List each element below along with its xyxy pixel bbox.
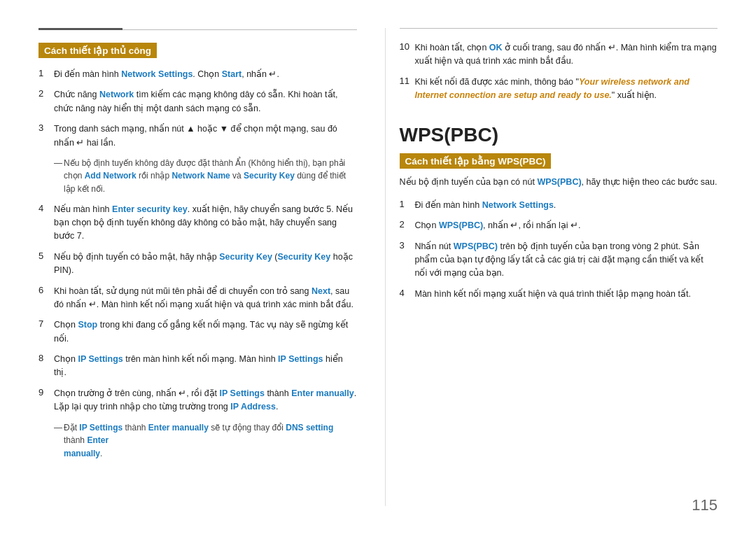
step-content-8: Chọn IP Settings trên màn hình kết nối m… xyxy=(54,353,357,380)
link-enter-security-key: Enter security key xyxy=(112,204,188,214)
step-8: 8 Chọn IP Settings trên màn hình kết nối… xyxy=(38,353,357,380)
wps-step-num-3: 3 xyxy=(400,240,415,251)
step-num-11: 11 xyxy=(400,76,415,86)
wps-step-num-1: 1 xyxy=(400,199,415,209)
divider-thin xyxy=(122,29,357,30)
link-stop: Stop xyxy=(78,320,97,330)
link-network: Network xyxy=(99,90,134,99)
step-1: 1 Đi đến màn hình Network Settings. Chọn… xyxy=(38,68,357,81)
step-content-4: Nếu màn hình Enter security key. xuất hi… xyxy=(54,203,357,244)
step-content-2: Chức năng Network tìm kiếm các mạng khôn… xyxy=(54,88,357,115)
wps-intro: Nếu bộ định tuyến của bạn có nút WPS(PBC… xyxy=(400,176,718,189)
link-enter-manually-1: Enter manually xyxy=(291,388,354,398)
left-column: Cách thiết lập thủ công 1 Đi đến màn hìn… xyxy=(38,28,357,506)
divider-right-top xyxy=(400,28,718,29)
link-ok: OK xyxy=(489,43,503,52)
step-num-5: 5 xyxy=(38,251,54,261)
step-num-9: 9 xyxy=(38,387,54,398)
step-4: 4 Nếu màn hình Enter security key. xuất … xyxy=(38,203,357,244)
wps-step-content-4: Màn hình kết nối mạng xuất hiện và quá t… xyxy=(415,288,718,301)
wps-step-1: 1 Đi đến màn hình Network Settings. xyxy=(400,199,718,212)
link-start: Start xyxy=(222,69,241,79)
link-network-name: Network Name xyxy=(172,171,230,181)
section-title-manual: Cách thiết lập thủ công xyxy=(38,43,157,58)
link-ip-settings-note: IP Settings xyxy=(79,423,122,433)
step-num-3: 3 xyxy=(38,122,54,133)
link-add-network: Add Network xyxy=(85,171,136,181)
link-wps-pbc-1: WPS(PBC) xyxy=(439,220,483,230)
step-10: 10 Khi hoàn tất, chọn OK ở cuối trang, s… xyxy=(400,41,718,69)
step-6: 6 Khi hoàn tất, sử dụng nút mũi tên phải… xyxy=(38,285,357,312)
wps-step-3: 3 Nhấn nút WPS(PBC) trên bộ định tuyến c… xyxy=(400,240,718,281)
step-content-10: Khi hoàn tất, chọn OK ở cuối trang, sau … xyxy=(415,41,718,69)
link-enter-manually-dns: Entermanually xyxy=(64,435,108,458)
wps-step-2: 2 Chọn WPS(PBC), nhấn ↵, rồi nhấn lại ↵. xyxy=(400,219,718,232)
link-security-key-3: Security Key xyxy=(278,252,331,262)
step-2: 2 Chức năng Network tìm kiếm các mạng kh… xyxy=(38,88,357,115)
wps-step-num-2: 2 xyxy=(400,219,415,230)
wps-step-content-1: Đi đến màn hình Network Settings. xyxy=(415,199,718,212)
wps-step-content-2: Chọn WPS(PBC), nhấn ↵, rồi nhấn lại ↵. xyxy=(415,219,718,232)
page: Cách thiết lập thủ công 1 Đi đến màn hìn… xyxy=(0,0,756,534)
wps-section-title: Cách thiết lập bằng WPS(PBC) xyxy=(400,153,552,169)
step-num-6: 6 xyxy=(38,285,54,295)
step-content-1: Đi đến màn hình Network Settings. Chọn S… xyxy=(54,68,357,81)
step-content-5: Nếu bộ định tuyến có bảo mật, hãy nhập S… xyxy=(54,251,357,278)
step-content-9: Chọn trường ở trên cùng, nhấn ↵, rồi đặt… xyxy=(54,387,357,414)
step-num-2: 2 xyxy=(38,88,54,99)
link-security-key-1: Security Key xyxy=(244,171,295,181)
step-content-11: Khi kết nối đã được xác minh, thông báo … xyxy=(415,76,718,103)
link-ip-settings-1: IP Settings xyxy=(78,354,122,364)
wps-step-content-3: Nhấn nút WPS(PBC) trên bộ định tuyến của… xyxy=(415,240,718,281)
step-num-1: 1 xyxy=(38,68,54,78)
step-content-7: Chọn Stop trong khi đang cố gắng kết nối… xyxy=(54,318,357,346)
step-num-10: 10 xyxy=(400,41,415,52)
step-11: 11 Khi kết nối đã được xác minh, thông b… xyxy=(400,76,718,103)
right-column: 10 Khi hoàn tất, chọn OK ở cuối trang, s… xyxy=(385,28,718,506)
note-2: Đặt IP Settings thành Enter manually sẽ … xyxy=(54,421,357,461)
link-network-settings-wps: Network Settings xyxy=(482,200,554,210)
step-9: 9 Chọn trường ở trên cùng, nhấn ↵, rồi đ… xyxy=(38,387,357,414)
divider-thick xyxy=(38,28,122,30)
link-wps-pbc-2: WPS(PBC) xyxy=(454,241,498,251)
step-3: 3 Trong danh sách mạng, nhấn nút ▲ hoặc … xyxy=(38,122,357,150)
page-number: 115 xyxy=(692,496,718,514)
wps-step-4: 4 Màn hình kết nối mạng xuất hiện và quá… xyxy=(400,288,718,301)
top-divider-left xyxy=(38,28,357,30)
wps-step-num-4: 4 xyxy=(400,288,415,298)
step-num-4: 4 xyxy=(38,203,54,213)
confirmation-message: Your wireless network and Internet conne… xyxy=(415,77,690,100)
step-num-8: 8 xyxy=(38,353,54,363)
wps-main-title: WPS(PBC) xyxy=(400,124,718,146)
step-content-3: Trong danh sách mạng, nhấn nút ▲ hoặc ▼ … xyxy=(54,122,357,150)
link-ip-settings-3: IP Settings xyxy=(220,388,265,398)
link-network-settings-1: Network Settings xyxy=(121,69,192,79)
link-enter-manually-note: Enter manually xyxy=(148,423,209,433)
link-wps-intro: WPS(PBC) xyxy=(537,177,581,187)
link-dns-setting: DNS setting xyxy=(286,423,333,433)
step-5: 5 Nếu bộ định tuyến có bảo mật, hãy nhập… xyxy=(38,251,357,278)
link-ip-settings-2: IP Settings xyxy=(278,354,323,364)
note-1: Nếu bộ định tuyến không dây được đặt thà… xyxy=(54,157,357,196)
step-7: 7 Chọn Stop trong khi đang cố gắng kết n… xyxy=(38,318,357,346)
link-next: Next xyxy=(312,286,330,296)
link-ip-address: IP Address xyxy=(230,402,276,412)
step-content-6: Khi hoàn tất, sử dụng nút mũi tên phải đ… xyxy=(54,285,357,312)
step-num-7: 7 xyxy=(38,318,54,329)
link-security-key-2: Security Key xyxy=(219,252,272,262)
